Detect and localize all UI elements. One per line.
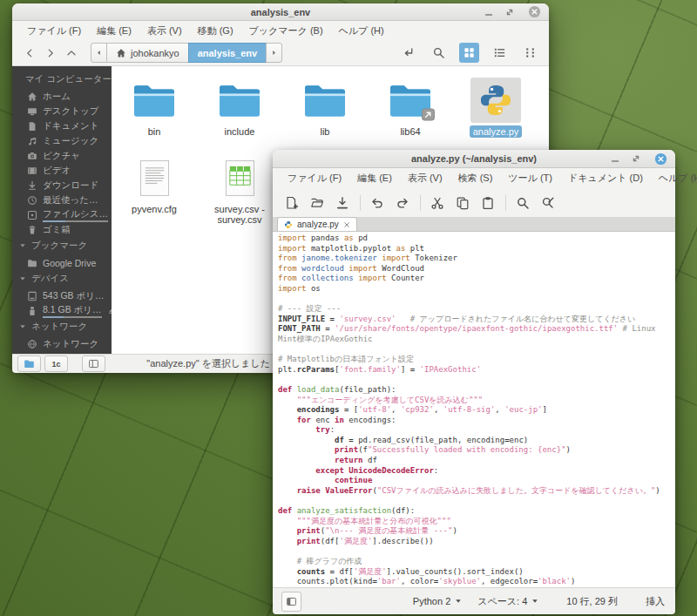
sidebar-item[interactable]: ホーム bbox=[12, 89, 112, 104]
sidebar-item[interactable]: Google Drive bbox=[12, 255, 112, 270]
file-name-label: include bbox=[221, 125, 259, 138]
menu-item[interactable]: 編集 (E) bbox=[89, 24, 139, 37]
sidebar-item[interactable]: 最近使った… bbox=[12, 193, 112, 207]
sidebar-section-header[interactable]: デバイス bbox=[12, 270, 112, 288]
replace-button[interactable] bbox=[538, 193, 558, 213]
sidebar-item[interactable]: 8.1 GB ポリ… bbox=[12, 303, 112, 318]
sidebar-item[interactable]: デスクトップ bbox=[12, 104, 112, 118]
redo-button[interactable] bbox=[392, 193, 413, 213]
breadcrumb-scroll-right-button[interactable] bbox=[266, 43, 282, 63]
undo-button[interactable] bbox=[367, 193, 388, 213]
cut-button[interactable] bbox=[427, 193, 448, 213]
sidebar-section-header[interactable]: ネットワーク bbox=[12, 318, 112, 336]
menu-item[interactable]: 検索 (S) bbox=[450, 172, 501, 185]
file-item[interactable]: lib64 bbox=[368, 78, 453, 155]
menu-item[interactable]: 編集 (E) bbox=[349, 172, 400, 185]
sidebar-item[interactable]: ゴミ箱 bbox=[12, 222, 112, 237]
file-item[interactable]: lib bbox=[282, 78, 368, 155]
menu-item[interactable]: ファイル (F) bbox=[280, 172, 349, 185]
sidebar-item-label: 最近使った… bbox=[43, 194, 98, 206]
file-name-label: lib bbox=[316, 125, 333, 138]
new-file-button[interactable] bbox=[281, 193, 302, 213]
fm-titlebar[interactable]: analysis_env bbox=[12, 3, 549, 21]
sidebar-item-label: ミュージック bbox=[43, 135, 98, 147]
save-button[interactable] bbox=[332, 193, 353, 213]
code-editor-area[interactable]: import pandas as pdimport matplotlib.pyp… bbox=[273, 232, 675, 587]
sidebar-item[interactable]: ビデオ bbox=[12, 163, 112, 178]
tab-width-selector[interactable]: スペース: 4 bbox=[477, 595, 538, 608]
menu-item[interactable]: 表示 (V) bbox=[400, 172, 450, 185]
open-button[interactable] bbox=[307, 193, 328, 213]
code-line: def analyze_satisfaction(df): bbox=[278, 506, 675, 517]
search-icon bbox=[516, 196, 530, 210]
tab-close-icon[interactable] bbox=[343, 221, 350, 228]
menu-item[interactable]: ヘルプ (H) bbox=[651, 172, 697, 185]
file-item[interactable]: pyvenv.cfg bbox=[112, 155, 197, 233]
editor-titlebar[interactable]: analyze.py (~/analysis_env) bbox=[273, 150, 675, 168]
cursor-position-label: 10 行, 29 列 bbox=[566, 595, 618, 608]
sidebar-item-label: ドキュメント bbox=[43, 120, 98, 132]
menu-item[interactable]: 移動 (G) bbox=[190, 24, 241, 37]
minimize-button[interactable] bbox=[609, 152, 621, 165]
up-button[interactable] bbox=[61, 44, 82, 63]
maximize-button[interactable] bbox=[630, 152, 642, 165]
sidebar-item-label: ファイルシス… bbox=[43, 208, 108, 222]
toggle-location-entry-button[interactable] bbox=[398, 43, 418, 63]
sidebar-item[interactable]: ネットワーク bbox=[12, 336, 112, 351]
file-item[interactable]: bin bbox=[112, 78, 197, 155]
paste-button[interactable] bbox=[477, 193, 498, 213]
menu-item[interactable]: ドキュメント (D) bbox=[560, 172, 651, 185]
sidebar-item[interactable]: ピクチャ bbox=[12, 148, 112, 163]
sidebar-item-label: ネットワーク bbox=[43, 338, 98, 350]
search-button[interactable] bbox=[429, 43, 449, 63]
code-line bbox=[278, 496, 675, 506]
file-item[interactable]: survey.csv - survey.csv bbox=[197, 155, 282, 233]
list-view-button[interactable] bbox=[490, 43, 510, 63]
menu-item[interactable]: ファイル (F) bbox=[19, 24, 89, 37]
doc-new-icon bbox=[285, 196, 299, 210]
toggle-side-pane-button[interactable] bbox=[281, 592, 301, 612]
sidebar-item[interactable]: ダウンロード bbox=[12, 178, 112, 193]
copy-button[interactable] bbox=[452, 193, 473, 213]
code-line: """エンコーディングを考慮してCSVを読み込む""" bbox=[278, 396, 675, 406]
code-line: # 棒グラフの作成 bbox=[278, 557, 675, 567]
breadcrumb-scroll-left-button[interactable] bbox=[91, 43, 107, 63]
sidebar-item[interactable]: ドキュメント bbox=[12, 118, 112, 133]
fm-nav-buttons bbox=[19, 44, 82, 63]
redo-icon bbox=[396, 196, 409, 210]
menu-item[interactable]: 表示 (V) bbox=[139, 24, 190, 37]
sidebar-section-header[interactable]: マイ コンピューター bbox=[12, 71, 112, 89]
find-button[interactable] bbox=[512, 193, 533, 213]
tab-width-label: スペース: 4 bbox=[477, 595, 527, 608]
file-icon-box bbox=[214, 155, 265, 200]
forward-button[interactable] bbox=[40, 44, 61, 63]
file-name-label: analyze.py bbox=[470, 125, 523, 138]
compact-icon bbox=[524, 46, 537, 59]
back-button[interactable] bbox=[19, 44, 40, 63]
file-icon-box bbox=[300, 78, 350, 123]
file-item[interactable]: analyze.py bbox=[453, 78, 538, 155]
sidebar-item[interactable]: ミュージック bbox=[12, 133, 112, 148]
file-item[interactable]: include bbox=[197, 78, 282, 155]
sidebar-item[interactable]: ファイルシス… bbox=[12, 207, 112, 222]
code-line bbox=[278, 546, 675, 557]
file-icon-box bbox=[470, 78, 521, 123]
open-icon bbox=[310, 196, 324, 210]
sidebar-section-header[interactable]: ブックマーク bbox=[12, 237, 112, 255]
menu-item[interactable]: ツール (T) bbox=[500, 172, 560, 185]
code-line: raise ValueError("CSVファイルの読み込みに失敗しました。文字… bbox=[278, 486, 675, 497]
close-button[interactable] bbox=[528, 5, 541, 18]
compact-view-button[interactable] bbox=[520, 43, 540, 63]
tab-analyze-py[interactable]: analyze.py bbox=[277, 217, 357, 231]
breadcrumb-current[interactable]: analysis_env bbox=[188, 43, 267, 63]
menu-item[interactable]: ブックマーク (B) bbox=[241, 24, 331, 37]
language-selector[interactable]: Python 2 bbox=[413, 596, 462, 606]
minimize-button[interactable] bbox=[483, 6, 495, 18]
maximize-button[interactable] bbox=[504, 6, 516, 18]
menu-item[interactable]: ヘルプ (H) bbox=[331, 24, 392, 37]
editor-window-title: analyze.py (~/analysis_env) bbox=[411, 153, 537, 164]
grid-view-button[interactable] bbox=[459, 43, 479, 63]
sidebar-item[interactable]: 543 GB ポリ… bbox=[12, 288, 112, 303]
close-button[interactable] bbox=[654, 152, 667, 166]
breadcrumb-home[interactable]: johokankyo bbox=[106, 43, 189, 63]
